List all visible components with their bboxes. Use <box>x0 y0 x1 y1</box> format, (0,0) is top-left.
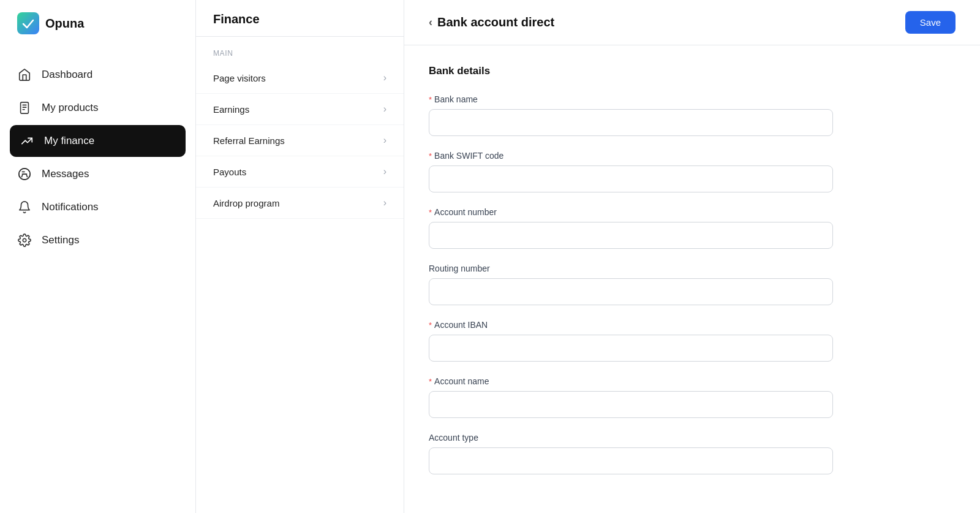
form-label-bank-swift: * Bank SWIFT code <box>429 151 809 161</box>
back-arrow-icon: ‹ <box>429 16 432 29</box>
sidebar: Opuna Dashboard My produc <box>0 0 196 513</box>
products-icon <box>17 101 32 115</box>
finance-menu-label: Earnings <box>213 104 249 115</box>
form-group-account-number: * Account number <box>429 207 809 249</box>
notifications-icon <box>17 200 32 215</box>
form-label-account-name: * Account name <box>429 376 809 386</box>
finance-icon <box>20 134 34 148</box>
required-star: * <box>429 151 432 161</box>
finance-menu-label: Airdrop program <box>213 198 279 208</box>
form-group-bank-swift: * Bank SWIFT code <box>429 151 809 192</box>
finance-menu-label: Page visitors <box>213 73 266 83</box>
account-type-input[interactable] <box>429 447 833 474</box>
logo-icon <box>17 12 39 34</box>
account-number-input[interactable] <box>429 222 833 249</box>
form-group-bank-name: * Bank name <box>429 94 809 136</box>
form-group-account-type: Account type <box>429 433 809 474</box>
sidebar-nav: Dashboard My products My f <box>0 47 195 268</box>
sidebar-item-settings[interactable]: Settings <box>0 224 195 256</box>
required-star: * <box>429 377 432 386</box>
messages-icon <box>17 167 32 181</box>
account-iban-input[interactable] <box>429 335 833 362</box>
finance-menu-item-page-visitors[interactable]: Page visitors › <box>196 63 404 94</box>
finance-section-label: MAIN <box>196 37 404 63</box>
bank-name-input[interactable] <box>429 109 833 136</box>
sidebar-item-label: Messages <box>42 168 89 180</box>
sidebar-item-label: Settings <box>42 234 79 246</box>
form-label-account-number: * Account number <box>429 207 809 217</box>
back-nav[interactable]: ‹ Bank account direct <box>429 15 554 29</box>
required-star: * <box>429 208 432 217</box>
save-button[interactable]: Save <box>905 11 956 34</box>
section-title: Bank details <box>429 65 809 77</box>
routing-number-input[interactable] <box>429 278 833 305</box>
required-star: * <box>429 321 432 330</box>
form-label-bank-name: * Bank name <box>429 94 809 104</box>
sidebar-item-label: My finance <box>44 135 94 147</box>
finance-title: Finance <box>196 0 404 37</box>
finance-panel: Finance MAIN Page visitors › Earnings › … <box>196 0 404 513</box>
form-group-account-name: * Account name <box>429 376 809 418</box>
app-name: Opuna <box>45 17 84 31</box>
page-title: Bank account direct <box>437 15 554 29</box>
chevron-right-icon: › <box>383 72 386 83</box>
sidebar-item-my-products[interactable]: My products <box>0 92 195 124</box>
form-group-account-iban: * Account IBAN <box>429 320 809 362</box>
finance-menu-item-payouts[interactable]: Payouts › <box>196 156 404 188</box>
required-star: * <box>429 95 432 104</box>
form-label-routing-number: Routing number <box>429 264 809 273</box>
sidebar-item-messages[interactable]: Messages <box>0 158 195 190</box>
chevron-right-icon: › <box>383 197 386 208</box>
finance-menu-label: Payouts <box>213 167 246 177</box>
finance-menu-item-airdrop-program[interactable]: Airdrop program › <box>196 188 404 219</box>
finance-menu-item-referral-earnings[interactable]: Referral Earnings › <box>196 125 404 156</box>
svg-rect-1 <box>21 102 29 113</box>
sidebar-item-label: Dashboard <box>42 69 92 81</box>
svg-rect-0 <box>17 12 39 34</box>
sidebar-item-dashboard[interactable]: Dashboard <box>0 59 195 91</box>
finance-menu-label: Referral Earnings <box>213 135 285 146</box>
account-name-input[interactable] <box>429 391 833 418</box>
main-content: ‹ Bank account direct Save Bank details … <box>404 0 980 513</box>
form-label-account-iban: * Account IBAN <box>429 320 809 330</box>
chevron-right-icon: › <box>383 104 386 115</box>
sidebar-item-notifications[interactable]: Notifications <box>0 191 195 223</box>
chevron-right-icon: › <box>383 135 386 146</box>
sidebar-item-my-finance[interactable]: My finance <box>10 125 186 157</box>
home-icon <box>17 67 32 82</box>
finance-menu-item-earnings[interactable]: Earnings › <box>196 94 404 125</box>
form-label-account-type: Account type <box>429 433 809 443</box>
settings-icon <box>17 233 32 248</box>
app-logo: Opuna <box>0 0 195 47</box>
chevron-right-icon: › <box>383 166 386 177</box>
bank-swift-input[interactable] <box>429 165 833 192</box>
form-content: Bank details * Bank name * Bank SWIFT co… <box>404 45 833 509</box>
form-group-routing-number: Routing number <box>429 264 809 305</box>
main-header: ‹ Bank account direct Save <box>404 0 980 45</box>
sidebar-item-label: Notifications <box>42 201 99 213</box>
sidebar-item-label: My products <box>42 102 99 114</box>
svg-point-7 <box>23 238 26 242</box>
